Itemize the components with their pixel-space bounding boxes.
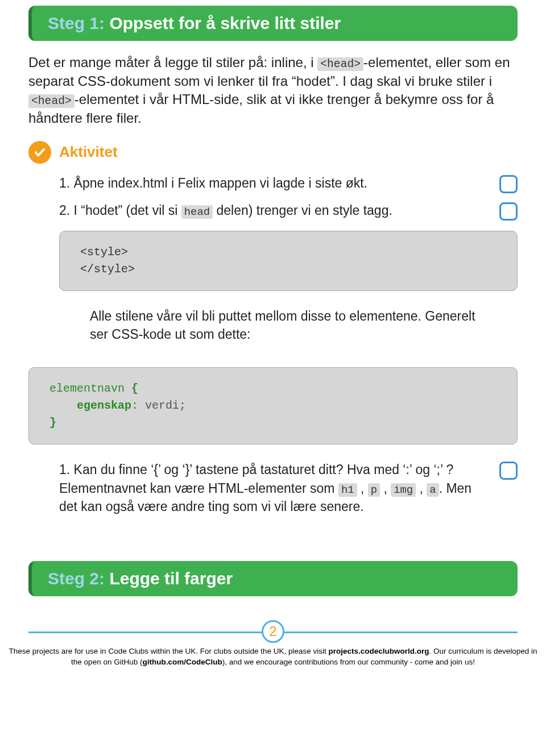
- step-1-label: Steg 1:: [48, 14, 105, 32]
- code-block-style-tag: <style> </style>: [59, 231, 518, 291]
- checkbox-task-1[interactable]: [499, 462, 518, 480]
- activity-text-1: Åpne index.html i Felix mappen vi lagde …: [74, 176, 367, 190]
- code-a: a: [427, 483, 439, 497]
- footer-t3: ), and we encourage contributions from o…: [222, 658, 475, 666]
- activity-list: 1. Åpne index.html i Felix mappen vi lag…: [28, 174, 518, 221]
- mid-paragraph: Alle stilene våre vil bli puttet mellom …: [28, 307, 518, 343]
- checkbox-1[interactable]: [499, 175, 518, 193]
- sep-2: ,: [380, 481, 391, 496]
- css-value: verdi: [145, 399, 179, 412]
- step-1-title: Oppsett for å skrive litt stiler: [109, 14, 341, 32]
- step-2-header: Steg 2: Legge til farger: [28, 561, 518, 596]
- sep-1: ,: [357, 481, 368, 496]
- step-1-header: Steg 1: Oppsett for å skrive litt stiler: [28, 6, 518, 41]
- task-text-1b: Elementnavnet kan være HTML-elementer so…: [59, 481, 338, 496]
- step-2-label: Steg 2:: [48, 569, 105, 588]
- code-img: img: [391, 483, 416, 497]
- activity-text-2b: delen) trenger vi en style tagg.: [213, 203, 392, 218]
- code-head-1: <head>: [317, 57, 363, 71]
- activity-item-1: 1. Åpne index.html i Felix mappen vi lag…: [59, 174, 518, 193]
- activity-header: Aktivitet: [28, 141, 518, 164]
- task-num-1: 1.: [59, 462, 70, 477]
- footer-text: These projects are for use in Code Clubs…: [0, 644, 546, 674]
- task-list: 1. Kan du finne ‘{’ og ‘}’ tastene på ta…: [28, 460, 518, 516]
- activity-title: Aktivitet: [59, 143, 118, 161]
- code-head-tag: head: [181, 205, 213, 219]
- sep-3: ,: [416, 481, 427, 496]
- code-block-css-syntax: elementnavn { egenskap: verdi; }: [28, 367, 518, 445]
- code-p: p: [368, 483, 380, 497]
- checkmark-icon: [28, 141, 51, 164]
- intro-text-1: Det er mange måter å legge til stiler på…: [28, 55, 317, 70]
- intro-text-3: -elementet i vår HTML-side, slik at vi i…: [28, 92, 494, 126]
- intro-paragraph: Det er mange måter å legge til stiler på…: [28, 53, 518, 127]
- activity-num-1: 1.: [59, 176, 70, 190]
- footer-link-2[interactable]: github.com/CodeClub: [142, 658, 222, 666]
- step-2-title: Legge til farger: [109, 569, 233, 588]
- task-item-1: 1. Kan du finne ‘{’ og ‘}’ tastene på ta…: [59, 460, 518, 516]
- css-selector: elementnavn: [49, 382, 125, 395]
- css-property: egenskap: [77, 399, 131, 412]
- footer-t1: These projects are for use in Code Clubs…: [9, 647, 329, 655]
- activity-text-2a: I “hodet” (det vil si: [74, 203, 181, 218]
- activity-num-2: 2.: [59, 203, 70, 218]
- task-text-1a: Kan du finne ‘{’ og ‘}’ tastene på tasta…: [74, 462, 454, 477]
- checkbox-2[interactable]: [499, 202, 518, 221]
- page-number: 2: [262, 620, 284, 643]
- footer-link-1[interactable]: projects.codeclubworld.org: [329, 647, 429, 655]
- code-head-2: <head>: [28, 94, 75, 108]
- footer-separator: 2: [0, 619, 546, 644]
- activity-item-2: 2. I “hodet” (det vil si head delen) tre…: [59, 201, 518, 221]
- code-h1: h1: [338, 483, 357, 497]
